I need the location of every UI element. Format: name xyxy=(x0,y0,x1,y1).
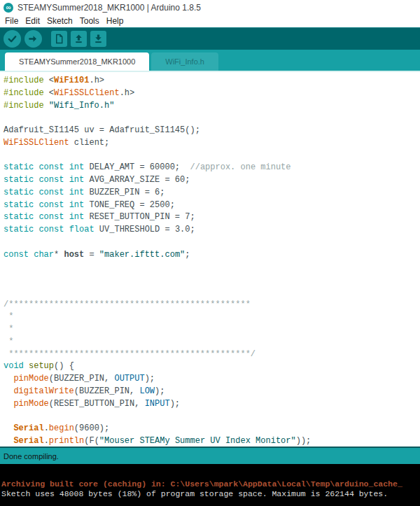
code-line[interactable]: #include <WiFi101.h> xyxy=(4,75,420,87)
menu-item-file[interactable]: File xyxy=(1,16,22,26)
code-line[interactable] xyxy=(4,261,420,274)
open-button[interactable] xyxy=(71,31,87,47)
arrow-up-icon xyxy=(74,34,84,44)
status-message: Done compiling. xyxy=(4,452,59,461)
status-bar: Done compiling. xyxy=(0,447,420,464)
console-line-sketch-size: Sketch uses 48008 bytes (18%) of program… xyxy=(1,489,420,499)
console-output: Archiving built core (caching) in: C:\Us… xyxy=(0,464,420,506)
arduino-ide-window: ∞ STEAMYSummer2018_MKR1000 | Arduino 1.8… xyxy=(0,0,420,506)
code-line[interactable] xyxy=(4,274,420,286)
code-line[interactable]: static const int AVG_ARRAY_SIZE = 60; xyxy=(4,174,420,187)
arrow-down-icon xyxy=(93,34,104,44)
console-line-archiving: Archiving built core (caching) in: C:\Us… xyxy=(1,479,420,489)
window-title: STEAMYSummer2018_MKR1000 | Arduino 1.8.5 xyxy=(18,3,201,13)
code-line[interactable]: static const int RESET_BUTTON_PIN = 7; xyxy=(4,211,420,224)
code-line[interactable]: Adafruit_SI1145 uv = Adafruit_SI1145(); xyxy=(4,125,420,137)
code-line[interactable]: digitalWrite(BUZZER_PIN, LOW); xyxy=(4,386,420,398)
arduino-logo-icon: ∞ xyxy=(4,3,13,13)
code-line[interactable]: WiFiSSLClient client; xyxy=(4,137,420,150)
code-area[interactable]: #include <WiFi101.h>#include <WiFiSSLCli… xyxy=(0,71,420,447)
code-line[interactable] xyxy=(4,237,420,249)
menu-item-sketch[interactable]: Sketch xyxy=(43,16,76,26)
code-line[interactable]: static const int TONE_FREQ = 2500; xyxy=(4,199,420,212)
verify-button[interactable] xyxy=(4,30,21,48)
code-line[interactable]: /***************************************… xyxy=(4,299,420,311)
code-line[interactable] xyxy=(4,286,420,299)
code-line[interactable]: static const int DELAY_AMT = 60000; //ap… xyxy=(4,162,420,174)
code-line[interactable] xyxy=(4,112,420,125)
code-line[interactable]: * xyxy=(4,311,420,323)
tab-steamysummer2018-mkr1000[interactable]: STEAMYSummer2018_MKR1000 xyxy=(5,52,149,71)
toolbar xyxy=(0,27,420,50)
code-line[interactable] xyxy=(4,150,420,162)
save-button[interactable] xyxy=(90,31,106,47)
code-line[interactable] xyxy=(4,410,420,423)
upload-button[interactable] xyxy=(24,30,42,48)
menu-item-edit[interactable]: Edit xyxy=(22,16,43,26)
code-line[interactable]: pinMode(BUZZER_PIN, OUTPUT); xyxy=(4,373,420,386)
code-line[interactable]: const char* host = "maker.ifttt.com"; xyxy=(4,249,420,262)
menu-item-help[interactable]: Help xyxy=(103,16,127,26)
code-line[interactable]: Serial.begin(9600); xyxy=(4,423,420,435)
code-line[interactable]: static const int BUZZER_PIN = 6; xyxy=(4,187,420,199)
new-sketch-button[interactable] xyxy=(51,31,67,47)
code-line[interactable]: * xyxy=(4,336,420,349)
code-line[interactable]: #include <WiFiSSLClient.h> xyxy=(4,87,420,100)
menu-item-tools[interactable]: Tools xyxy=(76,16,103,26)
code-line[interactable]: pinMode(RESET_BUTTON_PIN, INPUT); xyxy=(4,398,420,411)
tab-wifi-info-h[interactable]: WiFi_Info.h xyxy=(151,52,218,71)
code-line[interactable]: ****************************************… xyxy=(4,349,420,361)
menu-bar: File Edit Sketch Tools Help xyxy=(0,15,420,27)
arrow-right-icon xyxy=(28,34,38,44)
check-icon xyxy=(7,34,18,44)
code-line[interactable]: static const float UV_THRESHOLD = 3.0; xyxy=(4,224,420,237)
title-bar: ∞ STEAMYSummer2018_MKR1000 | Arduino 1.8… xyxy=(0,0,420,15)
tab-strip: STEAMYSummer2018_MKR1000 WiFi_Info.h xyxy=(0,50,420,71)
document-icon xyxy=(54,34,64,44)
code-line[interactable]: #include "Wifi_Info.h" xyxy=(4,100,420,113)
code-line[interactable]: void setup() { xyxy=(4,360,420,373)
code-line[interactable]: Serial.println(F("Mouser STEAMy Summer U… xyxy=(4,435,420,447)
code-line[interactable]: * xyxy=(4,323,420,336)
